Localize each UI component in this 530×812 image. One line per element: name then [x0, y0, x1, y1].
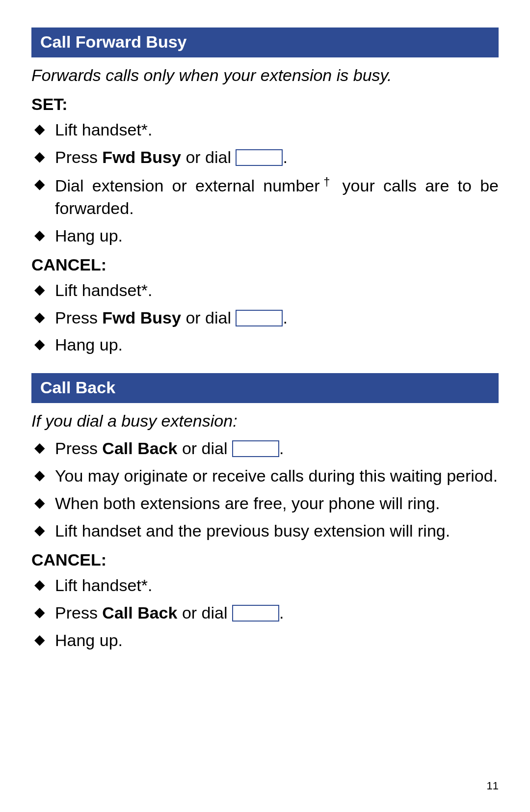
- step-text: Dial extension or external number: [55, 176, 320, 195]
- dial-code-box: [232, 440, 279, 457]
- key-label: Fwd Busy: [102, 308, 181, 327]
- step-item: You may originate or receive calls durin…: [31, 465, 499, 487]
- step-item: Hang up.: [31, 225, 499, 247]
- step-text: Press: [55, 148, 102, 166]
- dial-code-box: [232, 605, 279, 622]
- step-text: Press: [55, 308, 102, 327]
- step-text: .: [279, 439, 284, 458]
- step-text: Hang up.: [55, 335, 123, 354]
- footnote-marker: †: [320, 175, 334, 188]
- step-text: Press: [55, 439, 102, 458]
- dial-code-box: [236, 310, 283, 326]
- step-item: Press Call Back or dial .: [31, 602, 499, 624]
- step-item: Hang up.: [31, 629, 499, 652]
- step-item: Press Fwd Busy or dial .: [31, 307, 499, 329]
- step-text: When both extensions are free, your phon…: [55, 494, 440, 513]
- step-text: or dial: [181, 308, 236, 327]
- key-label: Call Back: [102, 439, 177, 458]
- step-text: Lift handset and the previous busy exten…: [55, 521, 450, 540]
- step-text: Hang up.: [55, 631, 123, 650]
- step-text: or dial: [181, 148, 236, 166]
- section-heading: Call Back: [31, 373, 499, 403]
- step-list: Lift handset*. Press Fwd Busy or dial . …: [31, 279, 499, 357]
- step-item: Press Call Back or dial .: [31, 437, 499, 460]
- subheading-set: SET:: [31, 95, 499, 114]
- step-text: You may originate or receive calls durin…: [55, 466, 498, 485]
- section-intro: Forwards calls only when your extension …: [31, 64, 499, 87]
- step-text: .: [279, 603, 284, 622]
- key-label: Fwd Busy: [102, 148, 181, 166]
- subheading-cancel: CANCEL:: [31, 550, 499, 569]
- step-item: Lift handset*.: [31, 279, 499, 302]
- subheading-cancel: CANCEL:: [31, 255, 499, 274]
- step-item: When both extensions are free, your phon…: [31, 492, 499, 515]
- step-item: Dial extension or external number† your …: [31, 174, 499, 220]
- step-text: Hang up.: [55, 226, 123, 245]
- step-text: Lift handset*.: [55, 281, 152, 299]
- step-list: Lift handset*. Press Fwd Busy or dial . …: [31, 119, 499, 247]
- step-list: Press Call Back or dial . You may origin…: [31, 437, 499, 542]
- step-text: .: [283, 308, 287, 327]
- step-text: Lift handset*.: [55, 576, 152, 595]
- step-item: Lift handset and the previous busy exten…: [31, 520, 499, 542]
- step-item: Lift handset*.: [31, 574, 499, 597]
- key-label: Call Back: [102, 603, 177, 622]
- step-text: or dial: [177, 603, 232, 622]
- step-text: or dial: [177, 439, 232, 458]
- page: Call Forward Busy Forwards calls only wh…: [0, 0, 530, 812]
- step-item: Press Fwd Busy or dial .: [31, 146, 499, 169]
- step-text: Lift handset*.: [55, 120, 152, 139]
- step-text: .: [283, 148, 287, 166]
- step-item: Lift handset*.: [31, 119, 499, 141]
- step-list: Lift handset*. Press Call Back or dial .…: [31, 574, 499, 652]
- page-number: 11: [487, 780, 499, 792]
- section-intro: If you dial a busy extension:: [31, 410, 499, 433]
- dial-code-box: [236, 149, 283, 166]
- section-heading: Call Forward Busy: [31, 27, 499, 57]
- step-text: Press: [55, 603, 102, 622]
- step-item: Hang up.: [31, 334, 499, 356]
